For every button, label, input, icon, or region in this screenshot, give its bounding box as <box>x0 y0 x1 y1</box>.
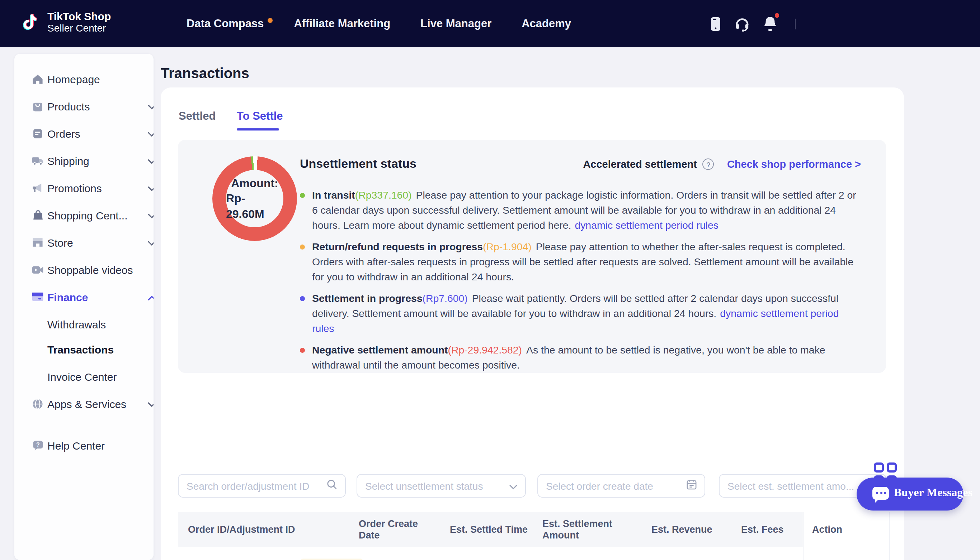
orange-dot-icon <box>300 245 305 250</box>
globe-icon <box>32 398 44 410</box>
tab-settled[interactable]: Settled <box>179 110 215 123</box>
calendar-icon <box>686 479 696 493</box>
order-create-date-picker[interactable]: Select order create date <box>538 474 705 498</box>
select-placeholder: Select est. settlement amo... <box>728 480 870 492</box>
buyer-messages-button[interactable]: Buyer Messages <box>856 478 963 510</box>
nav-academy[interactable]: Academy <box>522 17 571 30</box>
sidebar-item-homepage[interactable]: Homepage <box>14 65 154 92</box>
chevron-down-icon <box>148 182 154 194</box>
table-row: 7262670392451647237Adjustment 02/08/2023… <box>178 547 889 560</box>
tab-to-settle[interactable]: To Settle <box>237 110 283 123</box>
date-placeholder: Select order create date <box>546 480 686 492</box>
sidebar-item-products[interactable]: Products <box>14 92 154 120</box>
donut-center-label-2: Rp-29.60M <box>226 191 284 222</box>
check-shop-performance-link[interactable]: Check shop performance > <box>727 158 861 170</box>
bullet-settlement-in-progress: Settlement in progress(Rp7.600)Please wa… <box>300 291 861 336</box>
sidebar-help-block: ? Help Center <box>14 425 154 560</box>
sidebar-item-withdrawals[interactable]: Withdrawals <box>14 310 154 338</box>
buyer-messages-label: Buyer Messages <box>894 486 972 499</box>
bullet-negative-settlement: Negative settlement amount(Rp-29.942.582… <box>300 343 861 373</box>
sidebar-item-shopping-center[interactable]: Shopping Cent... <box>14 202 154 229</box>
notifications-bell-icon[interactable] <box>763 16 777 32</box>
active-tab-underline <box>237 128 279 130</box>
transactions-card: Settled To Settle Amount: Rp-29.60M Unse… <box>161 87 904 560</box>
bullet-title: Settlement in progress <box>312 293 422 304</box>
select-placeholder: Select unsettlement status <box>365 480 509 492</box>
tiktok-logo[interactable]: TikTok Shop Seller Center <box>22 10 111 34</box>
unsettlement-status-select[interactable]: Select unsettlement status <box>357 474 526 498</box>
sidebar-item-shipping[interactable]: Shipping <box>14 147 154 174</box>
bullet-in-transit: In transit(Rp337.160)Please pay attentio… <box>300 188 861 233</box>
search-icon <box>326 479 337 493</box>
panel-title: Unsettlement status <box>300 157 416 172</box>
unsettlement-status-panel: Amount: Rp-29.60M Unsettlement status Ac… <box>178 140 886 373</box>
video-camera-icon <box>32 263 44 276</box>
nav-data-compass[interactable]: Data Compass <box>187 17 264 30</box>
col-fees: Est. Fees <box>741 524 784 535</box>
sidebar-item-orders[interactable]: Orders <box>14 120 154 147</box>
sidebar-item-store[interactable]: Store <box>14 229 154 256</box>
logo-line1: TikTok Shop <box>47 10 111 22</box>
red-dot-icon <box>300 348 305 353</box>
shopping-bag-icon <box>32 209 44 221</box>
table-header: Order ID/Adjustment ID Order Create Date… <box>178 512 889 547</box>
products-bag-icon <box>32 100 44 112</box>
chevron-down-icon <box>148 236 154 249</box>
col-settlement-amount: Est. Settlement Amount <box>543 518 621 541</box>
search-order-input[interactable]: Search order/adjustment ID <box>178 474 346 498</box>
top-nav-menu: Data Compass Affiliate Marketing Live Ma… <box>187 0 571 47</box>
sidebar-item-transactions[interactable]: Transactions <box>14 335 154 363</box>
home-icon <box>32 73 44 85</box>
status-bullets: In transit(Rp337.160)Please pay attentio… <box>300 188 861 373</box>
nav-live-manager[interactable]: Live Manager <box>421 17 491 30</box>
megaphone-icon <box>32 182 44 194</box>
top-nav-icons <box>710 0 796 47</box>
svg-text:?: ? <box>36 442 40 448</box>
nav-affiliate-marketing[interactable]: Affiliate Marketing <box>294 17 390 30</box>
bullet-title: In transit <box>312 189 355 201</box>
nav-divider <box>795 18 796 29</box>
storefront-icon <box>32 236 44 248</box>
orders-document-icon <box>32 127 44 140</box>
dynamic-settlement-rules-link[interactable]: dynamic settlement period rules <box>575 219 718 231</box>
sidebar-item-finance[interactable]: Finance <box>14 283 154 310</box>
bullet-return-refund: Return/refund requests in progress(Rp-1.… <box>300 240 861 285</box>
bullet-title: Return/refund requests in progress <box>312 241 483 252</box>
chevron-down-icon <box>148 397 154 410</box>
page-title: Transactions <box>161 66 249 82</box>
sidebar-item-help-center[interactable]: ? Help Center <box>14 432 154 459</box>
sidebar-item-promotions[interactable]: Promotions <box>14 174 154 202</box>
bullet-amount: (Rp337.160) <box>355 189 412 201</box>
app-root: TikTok Shop Seller Center Data Compass A… <box>0 0 980 560</box>
bullet-amount: (Rp7.600) <box>422 293 468 304</box>
tiktok-note-icon <box>22 11 41 33</box>
help-tooltip-icon[interactable]: ? <box>703 158 714 170</box>
help-question-icon: ? <box>32 439 44 452</box>
sidebar-item-shoppable-videos[interactable]: Shoppable videos <box>14 256 154 283</box>
top-nav: TikTok Shop Seller Center Data Compass A… <box>0 0 980 47</box>
donut-center-label-1: Amount: <box>231 175 278 191</box>
chevron-down-icon <box>148 127 154 140</box>
chevron-down-icon <box>509 479 517 492</box>
logo-line2: Seller Center <box>47 23 111 34</box>
sidebar-item-invoice-center[interactable]: Invoice Center <box>14 363 154 390</box>
notification-dot <box>775 13 779 18</box>
unsettlement-donut-chart: Amount: Rp-29.60M <box>212 156 297 241</box>
col-revenue: Est. Revenue <box>651 524 713 535</box>
col-action: Action <box>812 524 842 535</box>
adjustment-badge: Adjustment <box>301 558 363 560</box>
chevron-down-icon <box>148 100 154 113</box>
sidebar-item-apps-services[interactable]: Apps & Services <box>14 390 154 417</box>
col-order-id: Order ID/Adjustment ID <box>188 524 331 535</box>
support-headset-icon[interactable] <box>735 16 750 31</box>
chevron-down-icon <box>148 154 154 167</box>
accelerated-settlement-label: Accelerated settlement <box>583 158 697 170</box>
sidebar: Homepage Products Orders Shipping Promot… <box>14 54 154 560</box>
mobile-app-icon[interactable] <box>710 16 721 31</box>
col-create-date: Order Create Date <box>359 518 425 541</box>
bullet-amount: (Rp-29.942.582) <box>447 344 522 356</box>
search-placeholder: Search order/adjustment ID <box>187 480 326 492</box>
purple-dot-icon <box>300 296 305 301</box>
logo-text: TikTok Shop Seller Center <box>47 10 111 34</box>
green-dot-icon <box>300 193 305 198</box>
